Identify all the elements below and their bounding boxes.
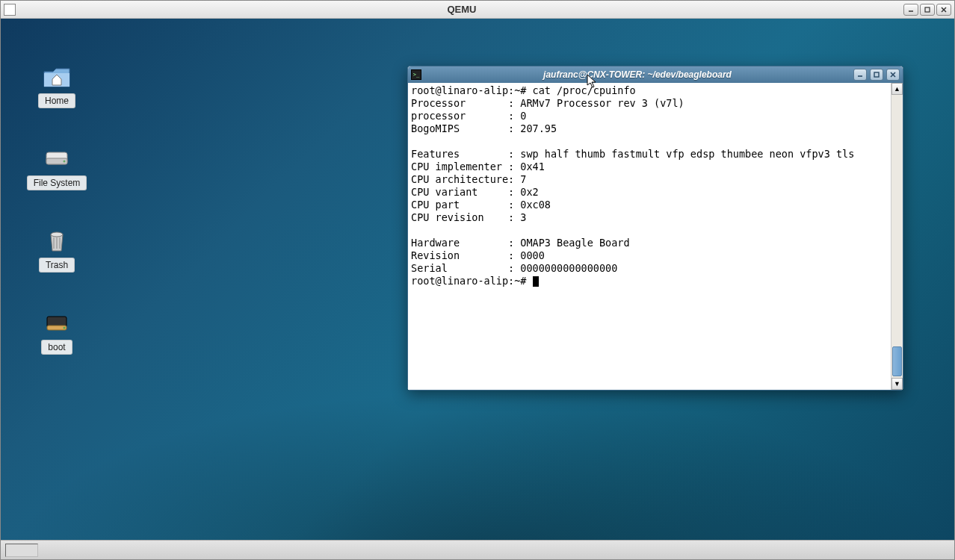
drive-icon: [42, 146, 72, 172]
desktop-icon-file-system[interactable]: File System: [27, 146, 87, 190]
terminal-window: >_ jaufranc@CNX-TOWER: ~/edev/beagleboar…: [407, 66, 903, 391]
terminal-scrollbar: ▲ ▼: [891, 83, 903, 390]
desktop-icon-home[interactable]: Home: [27, 63, 87, 108]
terminal-titlebar[interactable]: >_ jaufranc@CNX-TOWER: ~/edev/beagleboar…: [408, 66, 903, 83]
svg-rect-1: [925, 7, 930, 12]
terminal-cursor: [533, 276, 539, 287]
desktop-icon-label: boot: [41, 340, 72, 355]
terminal-body: root@linaro-alip:~# cat /proc/cpuinfo Pr…: [408, 83, 903, 390]
svg-rect-15: [874, 72, 879, 77]
scroll-up-button[interactable]: ▲: [891, 83, 903, 95]
outer-titlebar[interactable]: QEMU: [1, 1, 954, 19]
trash-icon: [42, 228, 72, 255]
scrollbar-thumb[interactable]: [892, 346, 902, 376]
desktop-icon-trash[interactable]: Trash: [27, 228, 87, 273]
svg-point-7: [51, 232, 63, 237]
maximize-icon: [924, 6, 931, 13]
desktop-icon-boot[interactable]: boot: [27, 310, 87, 355]
terminal-content[interactable]: root@linaro-alip:~# cat /proc/cpuinfo Pr…: [408, 83, 891, 390]
maximize-icon: [873, 71, 880, 78]
terminal-minimize-button[interactable]: [853, 69, 867, 81]
qemu-app-icon: [4, 4, 16, 16]
scrollbar-track[interactable]: [891, 95, 903, 378]
terminal-maximize-button[interactable]: [870, 69, 883, 81]
guest-desktop[interactable]: Home File System Trash boot: [1, 19, 954, 540]
outer-window-controls: [903, 4, 951, 16]
maximize-button[interactable]: [920, 4, 935, 16]
home-folder-icon: [42, 63, 72, 90]
close-button[interactable]: [936, 4, 951, 16]
taskbar-slot[interactable]: [5, 544, 38, 557]
svg-point-6: [64, 161, 66, 163]
close-icon: [940, 6, 948, 13]
scroll-down-button[interactable]: ▼: [891, 378, 903, 390]
terminal-close-button[interactable]: [886, 69, 900, 81]
outer-window-title: QEMU: [20, 4, 903, 15]
qemu-window: QEMU Home Fil: [0, 0, 955, 560]
close-icon: [889, 71, 897, 78]
disk-icon: [42, 310, 72, 337]
desktop-icons-column: Home File System Trash boot: [27, 63, 87, 355]
minimize-button[interactable]: [903, 4, 918, 16]
desktop-icon-label: Home: [38, 93, 75, 108]
desktop-icon-label: File System: [27, 175, 87, 190]
taskbar[interactable]: [1, 540, 954, 559]
terminal-icon: >_: [411, 69, 421, 80]
terminal-title: jaufranc@CNX-TOWER: ~/edev/beagleboard: [424, 69, 850, 80]
desktop-icon-label: Trash: [39, 258, 75, 273]
minimize-icon: [856, 71, 864, 78]
svg-point-13: [64, 327, 66, 329]
minimize-icon: [907, 6, 915, 13]
